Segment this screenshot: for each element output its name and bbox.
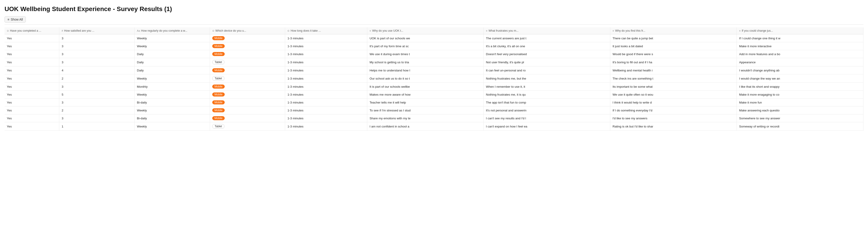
cell-regularly: Daily [135,66,210,74]
cell-find: I think it would help to write d [610,99,737,106]
cell-regularly: Weekly [135,74,210,83]
cell-howlong: 1-3 minutes [285,74,367,83]
cell-satisfied: 5 [59,91,135,99]
col-header-completed[interactable]: ⊙ Have you completed a ... [4,27,59,34]
device-badge: Mobile [212,52,225,56]
cell-device: Mobile [210,114,285,122]
device-badge: Tablet [212,124,224,129]
survey-table: ⊙ Have you completed a ... # How satisfi… [4,27,864,131]
col-header-find[interactable]: ≡ Why do you find this fr... [610,27,737,34]
device-badge: Mobile [212,68,225,72]
cell-completed: Yes [4,114,59,122]
cell-howlong: 1-3 minutes [285,106,367,114]
device-badge: Mobile [212,36,225,40]
col-header-device[interactable]: ⊙ Which device do you u... [210,27,285,34]
col-header-why[interactable]: ≡ Why do you use UOK t... [367,27,484,34]
cell-frustrate: Nothing frustrates me, it is qu [484,91,610,99]
table-row[interactable]: Yes2WeeklyTablet1-3 minutesOur school as… [4,74,864,83]
cell-find: Rating is ok but I'd like to shar [610,122,737,131]
cell-completed: Yes [4,50,59,58]
cell-why: It is part of our schools wellbe [367,83,484,91]
cell-change: I wouldn't change anything ab [737,66,864,74]
cell-satisfied: 3 [59,50,135,58]
cell-completed: Yes [4,99,59,106]
table-row[interactable]: Yes3Bi-dailyMobile1-3 minutesTeacher tel… [4,99,864,106]
cell-change: Make it more enagaging to co [737,91,864,99]
col-label-regularly: How regularly do you complete a w... [141,29,187,32]
cell-device: Mobile [210,42,285,50]
cell-find: If I do something everyday I'd [610,106,737,114]
table-row[interactable]: Yes3DailyMobile1-3 minutesWe use it duri… [4,50,864,58]
cell-completed: Yes [4,91,59,99]
col-icon-howlong: ⊙ [287,29,289,32]
col-label-frustrate: What frustrates you m... [489,29,519,32]
col-icon-satisfied: # [62,29,63,32]
cell-why: We use it during exam times t [367,50,484,58]
cell-satisfied: 3 [59,114,135,122]
table-row[interactable]: Yes3WeeklyMobile1-3 minutesIt's part of … [4,42,864,50]
cell-regularly: Weekly [135,42,210,50]
cell-device: Mobile [210,91,285,99]
col-icon-completed: ⊙ [7,29,9,32]
cell-device: Tablet [210,122,285,131]
cell-frustrate: Nothing frustrates me, but the [484,74,610,83]
col-header-frustrate[interactable]: ≡ What frustrates you m... [484,27,610,34]
cell-regularly: Monthly [135,83,210,91]
cell-find: I'd like to see my answers [610,114,737,122]
col-header-change[interactable]: ≡ If you could change jus... [737,27,864,34]
table-row[interactable]: Yes5WeeklyMobile1-3 minutesMakes me more… [4,91,864,99]
cell-howlong: 1-3 minutes [285,83,367,91]
device-badge: Mobile [212,44,225,48]
cell-completed: Yes [4,122,59,131]
cell-completed: Yes [4,58,59,66]
show-all-label: Show All [11,18,23,21]
cell-satisfied: 1 [59,122,135,131]
cell-satisfied: 2 [59,106,135,114]
cell-device: Mobile [210,106,285,114]
cell-howlong: 1-3 minutes [285,122,367,131]
cell-howlong: 1-3 minutes [285,91,367,99]
cell-change: Make it more fun [737,99,864,106]
cell-change: Make it more interactive [737,42,864,50]
cell-change: Somewhere to see my answer [737,114,864,122]
cell-find: We use it quite often so it wou [610,91,737,99]
cell-why: Our school ask us to do it so t [367,74,484,83]
col-label-completed: Have you completed a ... [10,29,41,32]
cell-howlong: 1-3 minutes [285,114,367,122]
cell-change: Someway of writing or recordi [737,122,864,131]
cell-why: I am not confident in school a [367,122,484,131]
cell-howlong: 1-3 minutes [285,34,367,42]
cell-satisfied: 3 [59,58,135,66]
table-header-row: ⊙ Have you completed a ... # How satisfi… [4,27,864,34]
page-wrapper: UOK Wellbeing Student Experience - Surve… [0,0,868,131]
cell-find: There can be quite a jump bet [610,34,737,42]
table-row[interactable]: Yes3DailyTablet1-3 minutesMy school is g… [4,58,864,66]
cell-frustrate: When I remember to use it, it [484,83,610,91]
cell-completed: Yes [4,34,59,42]
table-row[interactable]: Yes3Bi-dailyMobile1-3 minutesShare my em… [4,114,864,122]
cell-regularly: Weekly [135,34,210,42]
table-row[interactable]: Yes3WeeklyMobile1-3 minutesUOK is part o… [4,34,864,42]
col-header-howlong[interactable]: ⊙ How long does it take ... [285,27,367,34]
cell-completed: Yes [4,74,59,83]
cell-why: Helps me to understand how I [367,66,484,74]
cell-why: Teacher tells me it will help [367,99,484,106]
cell-find: It's boring to fill out and if I ha [610,58,737,66]
table-row[interactable]: Yes4DailyMobile1-3 minutesHelps me to un… [4,66,864,74]
cell-find: It just looks a bit dated [610,42,737,50]
table-row[interactable]: Yes3MonthlyMobile1-3 minutesIt is part o… [4,83,864,91]
cell-frustrate: It's not personal and answerin [484,106,610,114]
col-header-satisfied[interactable]: # How satisfied are you ... [59,27,135,34]
show-all-icon: ≡ [7,18,9,21]
cell-satisfied: 4 [59,66,135,74]
col-icon-change: ≡ [739,29,740,32]
device-badge: Mobile [212,100,225,104]
cell-why: Share my emotions with my te [367,114,484,122]
col-header-regularly[interactable]: Aa How regularly do you complete a w... [135,27,210,34]
table-row[interactable]: Yes2WeeklyMobile1-3 minutesTo see if I'm… [4,106,864,114]
table-row[interactable]: Yes1WeeklyTablet1-3 minutesI am not conf… [4,122,864,131]
cell-device: Tablet [210,58,285,66]
show-all-button[interactable]: ≡ Show All [4,16,26,23]
device-badge: Mobile [212,93,225,97]
cell-find: The check ins are something t [610,74,737,83]
